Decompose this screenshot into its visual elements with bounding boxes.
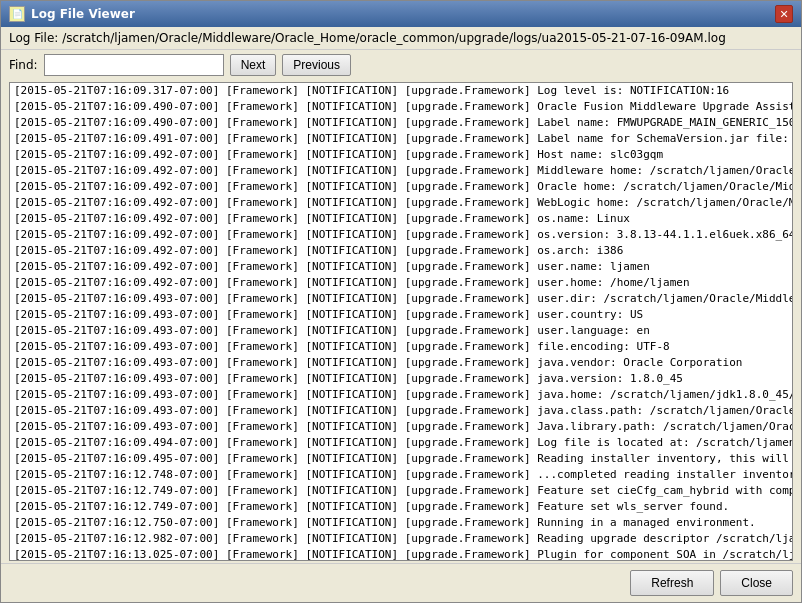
log-line: [2015-05-21T07:16:12.750-07:00] [Framewo…: [10, 515, 792, 531]
log-content[interactable]: [2015-05-21T07:16:09.317-07:00] [Framewo…: [10, 83, 792, 560]
log-line: [2015-05-21T07:16:09.492-07:00] [Framewo…: [10, 275, 792, 291]
log-line: [2015-05-21T07:16:09.493-07:00] [Framewo…: [10, 355, 792, 371]
log-line: [2015-05-21T07:16:09.492-07:00] [Framewo…: [10, 163, 792, 179]
log-line: [2015-05-21T07:16:09.490-07:00] [Framewo…: [10, 99, 792, 115]
log-line: [2015-05-21T07:16:09.492-07:00] [Framewo…: [10, 243, 792, 259]
log-line: [2015-05-21T07:16:09.493-07:00] [Framewo…: [10, 323, 792, 339]
log-line: [2015-05-21T07:16:13.025-07:00] [Framewo…: [10, 547, 792, 560]
log-line: [2015-05-21T07:16:09.493-07:00] [Framewo…: [10, 339, 792, 355]
window-close-button[interactable]: ✕: [775, 5, 793, 23]
find-bar: Find: Next Previous: [1, 50, 801, 80]
title-bar: 📄 Log File Viewer ✕: [1, 1, 801, 27]
log-line: [2015-05-21T07:16:09.493-07:00] [Framewo…: [10, 307, 792, 323]
close-button[interactable]: Close: [720, 570, 793, 596]
log-line: [2015-05-21T07:16:09.492-07:00] [Framewo…: [10, 211, 792, 227]
file-toolbar: Log File: /scratch/ljamen/Oracle/Middlew…: [1, 27, 801, 50]
log-line: [2015-05-21T07:16:12.982-07:00] [Framewo…: [10, 531, 792, 547]
file-path-label: Log File: /scratch/ljamen/Oracle/Middlew…: [9, 31, 726, 45]
log-line: [2015-05-21T07:16:09.493-07:00] [Framewo…: [10, 387, 792, 403]
log-line: [2015-05-21T07:16:09.492-07:00] [Framewo…: [10, 195, 792, 211]
app-icon: 📄: [9, 6, 25, 22]
log-line: [2015-05-21T07:16:09.493-07:00] [Framewo…: [10, 419, 792, 435]
log-line: [2015-05-21T07:16:12.749-07:00] [Framewo…: [10, 499, 792, 515]
log-line: [2015-05-21T07:16:09.493-07:00] [Framewo…: [10, 291, 792, 307]
refresh-button[interactable]: Refresh: [630, 570, 714, 596]
previous-button[interactable]: Previous: [282, 54, 351, 76]
log-line: [2015-05-21T07:16:12.748-07:00] [Framewo…: [10, 467, 792, 483]
find-label: Find:: [9, 58, 38, 72]
log-container: [2015-05-21T07:16:09.317-07:00] [Framewo…: [9, 82, 793, 561]
log-line: [2015-05-21T07:16:09.492-07:00] [Framewo…: [10, 259, 792, 275]
log-line: [2015-05-21T07:16:09.490-07:00] [Framewo…: [10, 115, 792, 131]
find-input[interactable]: [44, 54, 224, 76]
window-title: Log File Viewer: [31, 7, 135, 21]
log-line: [2015-05-21T07:16:09.491-07:00] [Framewo…: [10, 131, 792, 147]
next-button[interactable]: Next: [230, 54, 277, 76]
log-line: [2015-05-21T07:16:12.749-07:00] [Framewo…: [10, 483, 792, 499]
log-line: [2015-05-21T07:16:09.494-07:00] [Framewo…: [10, 435, 792, 451]
log-line: [2015-05-21T07:16:09.495-07:00] [Framewo…: [10, 451, 792, 467]
log-line: [2015-05-21T07:16:09.493-07:00] [Framewo…: [10, 403, 792, 419]
main-window: 📄 Log File Viewer ✕ Log File: /scratch/l…: [0, 0, 802, 603]
log-line: [2015-05-21T07:16:09.317-07:00] [Framewo…: [10, 83, 792, 99]
log-line: [2015-05-21T07:16:09.493-07:00] [Framewo…: [10, 371, 792, 387]
bottom-bar: Refresh Close: [1, 563, 801, 602]
title-bar-left: 📄 Log File Viewer: [9, 6, 135, 22]
log-line: [2015-05-21T07:16:09.492-07:00] [Framewo…: [10, 147, 792, 163]
log-line: [2015-05-21T07:16:09.492-07:00] [Framewo…: [10, 227, 792, 243]
log-line: [2015-05-21T07:16:09.492-07:00] [Framewo…: [10, 179, 792, 195]
